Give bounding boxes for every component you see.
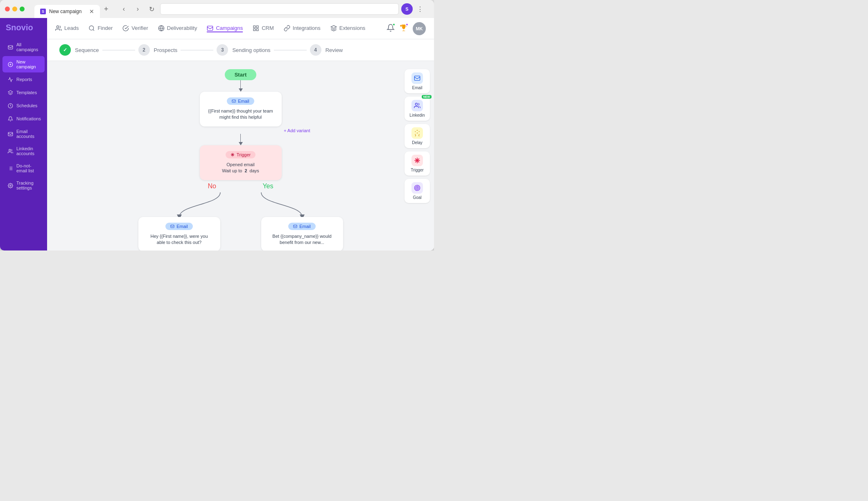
rt-linkedin-label: Linkedin [409,113,425,117]
yes-label: Yes [262,183,273,190]
rt-email-label: Email [412,86,422,90]
tab-favicon: S [40,9,46,14]
branch-nodes: Email Hey {{First name}}, were you able … [138,217,343,250]
svg-rect-20 [208,26,213,30]
clock-icon [7,103,13,108]
rt-email-button[interactable]: Email [405,69,430,93]
sidebar-item-reports[interactable]: Reports [2,73,45,86]
svg-rect-22 [257,26,259,28]
trigger-node[interactable]: Trigger Opened email Wait up to 2 days [200,145,282,180]
step-circle-prospects: 2 [138,44,150,56]
sidebar-item-label: Email accounts [16,129,40,139]
sidebar: Snovio All campaigns New campaign [0,18,47,250]
rt-new-badge: NEW [422,95,432,99]
svg-rect-30 [171,225,174,228]
step-line-1 [102,50,135,50]
browser-tab[interactable]: S New campaign ✕ [34,5,100,18]
rt-delay-button[interactable]: Delay [405,124,430,148]
new-tab-button[interactable]: + [102,5,111,14]
nav-item-leads[interactable]: Leads [55,25,79,32]
svg-point-39 [416,186,419,190]
sidebar-item-linkedin-accounts[interactable]: Linkedin accounts [2,143,45,159]
svg-rect-32 [414,76,420,81]
nav-item-finder[interactable]: Finder [88,25,113,32]
asterisk-icon [231,153,235,157]
no-label: No [208,183,216,190]
main-content: Leads Finder Verifier Deliverability Cam [47,18,434,250]
email-node-2[interactable]: Email Hey {{First name}}, were you able … [138,217,220,250]
address-bar[interactable] [160,3,399,15]
achievement-button[interactable] [400,24,408,34]
email-node-1[interactable]: Email {{First name}} thought your team m… [200,92,282,126]
flow-diagram: Start Email {{First name}} thought your [97,61,384,250]
sidebar-item-label: Linkedin accounts [16,146,40,156]
nav-bar: ‹ › ↻ S ⋮ [114,1,429,17]
nav-item-integrations[interactable]: Integrations [284,25,321,32]
svg-point-7 [9,149,10,151]
back-button[interactable]: ‹ [118,3,130,15]
wizard-steps: ✓ Sequence 2 Prospects 3 Sending options… [47,39,434,61]
sidebar-item-notifications[interactable]: Notifications [2,113,45,125]
nav-item-campaigns[interactable]: Campaigns [207,25,243,32]
sidebar-item-all-campaigns[interactable]: All campaigns [2,39,45,55]
rt-linkedin-button[interactable]: NEW Linkedin [405,97,430,121]
browser-menu-button[interactable]: ⋮ [415,4,425,15]
forward-button[interactable]: › [132,3,144,15]
bell-icon [7,116,13,122]
step-prospects[interactable]: 2 Prospects [138,44,178,56]
rt-trigger-label: Trigger [411,168,423,172]
branch-arrows-svg [138,192,343,217]
notifications-button[interactable] [387,24,395,34]
leads-icon [55,25,62,32]
nav-item-crm[interactable]: CRM [253,25,274,32]
flow-canvas: Start Email {{First name}} thought your [47,61,434,250]
nav-item-label: Verifier [131,25,148,31]
email-3-text: Bet {{company_name}} would benefit from … [269,233,335,246]
email-badge-1: Email [227,97,254,105]
person-group-icon [7,148,13,154]
rt-goal-button[interactable]: Goal [405,179,430,203]
minimize-button[interactable] [12,7,17,11]
sidebar-item-tracking-settings[interactable]: Tracking settings [2,177,45,194]
sidebar-item-do-not-email[interactable]: Do-not-email list [2,160,45,176]
email-node-3[interactable]: Email Bet {{company_name}} would benefit… [261,217,343,250]
sidebar-item-email-accounts[interactable]: Email accounts [2,126,45,142]
mail-small-icon-2 [170,224,174,228]
crm-icon [253,25,259,32]
start-node[interactable]: Start [225,69,257,80]
add-variant-1[interactable]: + Add variant [284,126,310,134]
nav-item-label: Finder [97,25,113,31]
integrations-icon [284,25,290,32]
step-sending-options[interactable]: 3 Sending options [217,44,270,56]
browser-window: S New campaign ✕ + ‹ › ↻ S ⋮ Snovio [0,0,434,250]
mail-small-icon-3 [293,224,297,228]
svg-line-17 [93,29,95,31]
deliverability-icon [158,25,165,32]
refresh-button[interactable]: ↻ [146,3,158,15]
user-avatar[interactable]: MK [413,22,426,35]
sidebar-item-templates[interactable]: Templates [2,86,45,99]
nav-item-extensions[interactable]: Extensions [330,25,366,32]
trigger-line1: Opened email [208,162,274,168]
svg-rect-24 [253,29,255,31]
extensions-icon [330,25,337,32]
inbox-icon [7,44,13,50]
maximize-button[interactable] [20,7,25,11]
sidebar-item-new-campaign[interactable]: New campaign [2,56,45,72]
rt-delay-label: Delay [412,140,423,145]
step-review[interactable]: 4 Review [310,44,343,56]
rt-trigger-button[interactable]: Trigger [405,151,430,176]
sidebar-item-schedules[interactable]: Schedules [2,99,45,112]
verifier-icon [122,25,129,32]
tab-close-button[interactable]: ✕ [89,8,94,15]
nav-item-verifier[interactable]: Verifier [122,25,148,32]
svg-point-40 [417,187,418,189]
nav-item-deliverability[interactable]: Deliverability [158,25,197,32]
step-sequence[interactable]: ✓ Sequence [59,44,99,56]
close-button[interactable] [5,7,10,11]
rt-goal-label: Goal [413,195,421,200]
email-badge-3: Email [288,223,316,230]
rt-email-icon [411,72,423,84]
trigger-badge: Trigger [226,151,255,158]
layers-icon [7,90,13,95]
